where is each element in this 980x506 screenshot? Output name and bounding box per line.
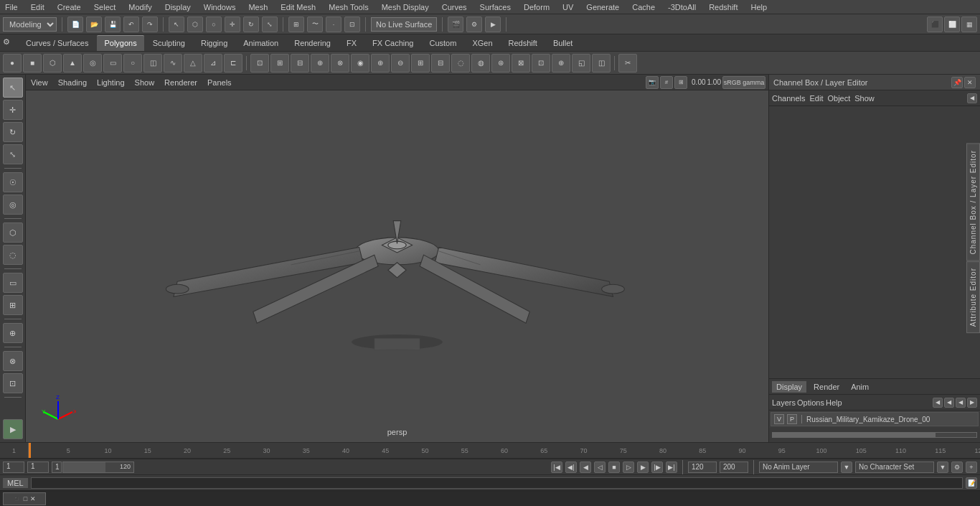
- quick-layout-btn[interactable]: ▶: [3, 419, 23, 439]
- combine-icon[interactable]: ⊞: [411, 54, 430, 72]
- menu-modify[interactable]: Modify: [126, 3, 154, 11]
- torus-icon[interactable]: ◎: [83, 54, 102, 72]
- tab-rendering[interactable]: Rendering: [287, 35, 338, 51]
- layer-visibility-btn[interactable]: V: [774, 414, 784, 424]
- unfold-icon[interactable]: ◱: [572, 54, 590, 72]
- render-btn[interactable]: 🎬: [448, 17, 463, 32]
- vp-wire-btn[interactable]: ⊞: [674, 76, 687, 89]
- tab-redshift[interactable]: Redshift: [501, 35, 545, 51]
- char-set-dropdown[interactable]: ▼: [937, 462, 948, 473]
- layer-btn-4[interactable]: ▶: [967, 398, 977, 408]
- char-set-settings[interactable]: ⚙: [951, 462, 963, 473]
- display-tab[interactable]: Display: [772, 381, 806, 393]
- frame-current-input[interactable]: 1: [27, 462, 49, 473]
- no-anim-layer[interactable]: No Anim Layer: [759, 462, 838, 473]
- playback-prev-key[interactable]: ◀|: [565, 462, 577, 473]
- tab-fx[interactable]: FX: [339, 35, 364, 51]
- rect-region-btn[interactable]: ▭: [3, 273, 23, 293]
- wedge-icon[interactable]: ⊗: [331, 54, 349, 72]
- plane-icon[interactable]: ▭: [103, 54, 122, 72]
- redo-btn[interactable]: ↷: [142, 17, 158, 32]
- menu-generate[interactable]: Generate: [584, 3, 621, 11]
- channel-box-side-tab[interactable]: Channel Box / Layer Editor: [966, 144, 980, 261]
- mel-script-editor[interactable]: 📝: [966, 477, 977, 489]
- prism-icon[interactable]: △: [184, 54, 202, 72]
- tab-custom[interactable]: Custom: [423, 35, 464, 51]
- bevel-icon[interactable]: ⊡: [532, 54, 550, 72]
- connect-icon[interactable]: ⊕: [371, 54, 390, 72]
- cone-icon[interactable]: ▲: [63, 54, 82, 72]
- reduce-icon[interactable]: ◍: [471, 54, 490, 72]
- open-scene-btn[interactable]: 📂: [86, 17, 102, 32]
- poke-icon[interactable]: ⊕: [311, 54, 329, 72]
- playback-play-fwd[interactable]: ▷: [623, 462, 634, 473]
- circularize-icon[interactable]: ◉: [351, 54, 369, 72]
- shading-menu[interactable]: Shading: [56, 78, 89, 87]
- layer-btn-1[interactable]: ◀: [933, 398, 943, 408]
- frame-range-bar[interactable]: 120: [62, 462, 134, 473]
- frame-start-input[interactable]: 1: [3, 462, 24, 473]
- show-menu[interactable]: Show: [133, 78, 157, 87]
- menu-help[interactable]: Help: [748, 3, 769, 11]
- lasso-select-btn[interactable]: ⬡: [3, 222, 23, 243]
- cut-icon[interactable]: ✂: [618, 54, 637, 72]
- scale-tool-btn[interactable]: ⤡: [3, 144, 23, 164]
- snap-point-btn[interactable]: ·: [326, 17, 341, 32]
- layer-playback-btn[interactable]: P: [787, 414, 797, 424]
- timeline-playhead[interactable]: [29, 443, 31, 458]
- pipe2-icon[interactable]: ⊏: [224, 54, 242, 72]
- layout-btn-3[interactable]: ▦: [961, 17, 977, 32]
- disc-icon[interactable]: ○: [123, 54, 142, 72]
- pipe-icon[interactable]: ◫: [143, 54, 162, 72]
- menu-deform[interactable]: Deform: [522, 3, 552, 11]
- taskbar-window-1[interactable]: ◾ □ ✕: [3, 492, 46, 505]
- rotate-btn[interactable]: ↻: [243, 17, 259, 32]
- tab-sculpting[interactable]: Sculpting: [146, 35, 192, 51]
- cube-icon[interactable]: ■: [23, 54, 42, 72]
- panels-menu[interactable]: Panels: [205, 78, 234, 87]
- save-scene-btn[interactable]: 💾: [105, 17, 121, 32]
- object-tab[interactable]: Object: [827, 94, 850, 103]
- scale-btn[interactable]: ⤡: [262, 17, 278, 32]
- layer-scrollbar[interactable]: [769, 428, 980, 442]
- layer-btn-3[interactable]: ◀: [956, 398, 966, 408]
- layout-btn-1[interactable]: ⬛: [927, 17, 943, 32]
- rotate-tool-btn[interactable]: ↻: [3, 122, 23, 142]
- sphere-icon[interactable]: ●: [3, 54, 22, 72]
- render-settings-btn[interactable]: ⚙: [466, 17, 482, 32]
- settings-icon[interactable]: ⚙: [3, 37, 14, 49]
- snap-view-btn[interactable]: ⊡: [344, 17, 360, 32]
- menu-uv[interactable]: UV: [560, 3, 575, 11]
- undo-btn[interactable]: ↶: [123, 17, 139, 32]
- layer-scrollbar-track[interactable]: [772, 432, 977, 438]
- vp-cam-btn[interactable]: 📷: [646, 76, 659, 89]
- tab-xgen[interactable]: XGen: [465, 35, 499, 51]
- menu-select[interactable]: Select: [92, 3, 118, 11]
- render-tab[interactable]: Render: [809, 381, 844, 393]
- options-menu[interactable]: Options: [797, 398, 824, 407]
- detach-icon[interactable]: ⊖: [391, 54, 410, 72]
- tab-animation[interactable]: Animation: [236, 35, 286, 51]
- menu-display[interactable]: Display: [163, 3, 193, 11]
- boolean-icon[interactable]: ⊛: [491, 54, 510, 72]
- show-manip-btn[interactable]: ☉: [3, 172, 23, 192]
- paint-btn[interactable]: ○: [206, 17, 222, 32]
- menu-edit-mesh[interactable]: Edit Mesh: [278, 3, 318, 11]
- snap-grid-btn[interactable]: ⊞: [288, 17, 304, 32]
- menu-mesh-display[interactable]: Mesh Display: [380, 3, 431, 11]
- menu-windows[interactable]: Windows: [202, 3, 238, 11]
- renderer-menu[interactable]: Renderer: [162, 78, 199, 87]
- menu-edit[interactable]: Edit: [29, 3, 47, 11]
- snap-together-btn[interactable]: ⊕: [3, 323, 23, 343]
- menu-mesh[interactable]: Mesh: [246, 3, 270, 11]
- gamma-dropdown[interactable]: sRGB gamma: [722, 76, 765, 89]
- render-seq-btn[interactable]: ▶: [485, 17, 501, 32]
- select-btn[interactable]: ↖: [169, 17, 184, 32]
- lasso-btn[interactable]: ⬡: [187, 17, 203, 32]
- bridge-icon[interactable]: ⊞: [270, 54, 289, 72]
- layout-icon[interactable]: ◫: [592, 54, 611, 72]
- playback-goto-start[interactable]: |◀: [551, 462, 562, 473]
- channel-box-pin[interactable]: 📌: [951, 77, 963, 88]
- orient-joint-btn[interactable]: ⊞: [3, 295, 23, 315]
- layout-btn-2[interactable]: ⬜: [944, 17, 960, 32]
